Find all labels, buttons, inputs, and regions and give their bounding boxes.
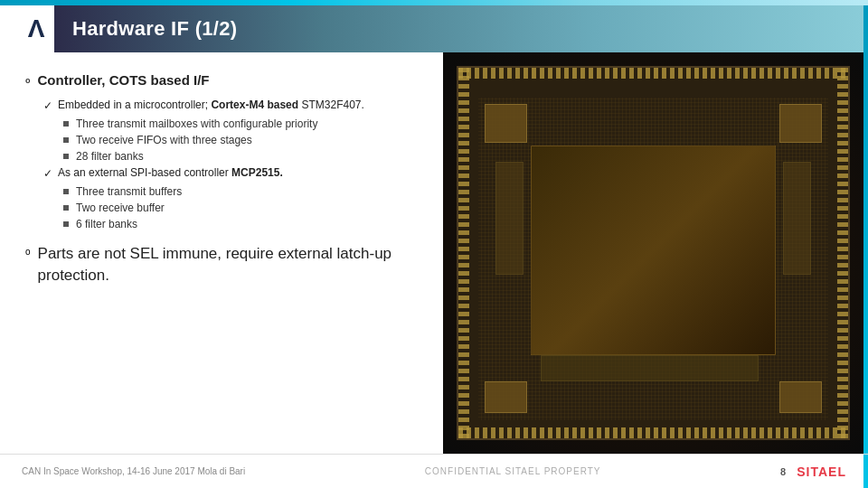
footer-right: 8 SITAEL <box>780 465 846 479</box>
logo-icon: Λ <box>28 14 45 43</box>
bullet-list-1: Three transmit mailboxes with configurab… <box>63 117 425 163</box>
main-content: Controller, COTS based I/F ✓ Embedded in… <box>0 52 863 454</box>
embedded-text: Embedded in a microcontroller; Cortex-M4… <box>58 99 425 111</box>
chip-block-r <box>783 162 811 275</box>
section1-subsection: ✓ Embedded in a microcontroller; Cortex-… <box>43 99 425 230</box>
sitael-logo-text: SIT <box>797 465 818 479</box>
section1-heading: Controller, COTS based I/F <box>25 72 425 88</box>
bullet-text-5: Two receive buffer <box>76 202 165 214</box>
bullet-text-1: Three transmit mailboxes with configurab… <box>76 117 317 130</box>
bullet-icon <box>63 121 69 127</box>
check-item-embedded: ✓ Embedded in a microcontroller; Cortex-… <box>43 99 425 112</box>
bullet-icon <box>63 189 69 194</box>
sitael-logo: SITAEL <box>797 465 846 479</box>
list-item: Two receive buffer <box>63 202 425 214</box>
check-item-spi: ✓ As an external SPI-based controller MC… <box>43 166 425 180</box>
page-title: Hardware IF (1/2) <box>72 17 237 41</box>
page-number: 8 <box>780 466 786 477</box>
bullet-icon <box>63 154 69 159</box>
bond-pads-left <box>458 68 469 438</box>
bond-pads-top <box>458 68 848 79</box>
bullet-text-2: Two receive FIFOs with three stages <box>76 134 252 146</box>
chip-block-bottom-strip <box>541 355 759 381</box>
bond-pads-right <box>837 68 848 438</box>
bond-pads-bottom <box>458 427 848 438</box>
list-item: Two receive FIFOs with three stages <box>63 134 425 146</box>
bullet-text-3: 28 filter banks <box>76 150 144 163</box>
right-accent-bar <box>863 5 868 488</box>
logo-area: Λ <box>16 9 56 49</box>
chip-block-br <box>779 381 822 414</box>
list-item: 28 filter banks <box>63 150 425 163</box>
list-item: 6 filter banks <box>63 218 425 230</box>
footer-event: CAN In Space Workshop, 14-16 June 2017 M… <box>22 466 245 476</box>
chip-image-panel <box>443 52 863 454</box>
chip-block-l <box>495 162 524 275</box>
cortex-label: Cortex-M4 based <box>211 99 298 111</box>
bullet-list-2: Three transmit buffers Two receive buffe… <box>63 185 425 230</box>
bullet-text-4: Three transmit buffers <box>76 185 182 198</box>
sitael-logo-accent: AEL <box>818 465 846 479</box>
bullet-icon <box>63 137 69 143</box>
mcp-label: MCP2515. <box>231 166 283 179</box>
chip-die <box>457 66 850 440</box>
checkmark-icon: ✓ <box>43 99 52 112</box>
chip-block-tl <box>485 104 527 143</box>
spi-text: As an external SPI-based controller MCP2… <box>58 166 425 179</box>
chip-core <box>531 145 777 355</box>
section2-bullet: o <box>25 247 31 257</box>
footer: CAN In Space Workshop, 14-16 June 2017 M… <box>0 454 868 488</box>
chip-image <box>443 52 863 454</box>
chip-inner <box>478 98 829 420</box>
stm-model: STM32F407. <box>301 99 363 111</box>
section2-text: Parts are not SEL immune, require extern… <box>38 243 425 286</box>
header-bar: Hardware IF (1/2) <box>54 5 863 52</box>
chip-block-bl <box>485 381 527 414</box>
bullet-icon <box>63 221 69 227</box>
bullet-icon <box>63 205 69 211</box>
footer-confidential: CONFIDENTIAL SITAEL PROPERTY <box>425 466 601 476</box>
embedded-label: Embedded in a microcontroller; <box>58 99 208 111</box>
checkmark-icon-2: ✓ <box>43 167 52 180</box>
chip-block-tr <box>779 104 822 143</box>
section2: o Parts are not SEL immune, require exte… <box>25 243 425 286</box>
bullet-text-6: 6 filter banks <box>76 218 137 230</box>
left-panel: Controller, COTS based I/F ✓ Embedded in… <box>0 52 443 454</box>
list-item: Three transmit buffers <box>63 185 425 198</box>
spi-prefix: As an external SPI-based controller <box>58 166 231 179</box>
list-item: Three transmit mailboxes with configurab… <box>63 117 425 130</box>
